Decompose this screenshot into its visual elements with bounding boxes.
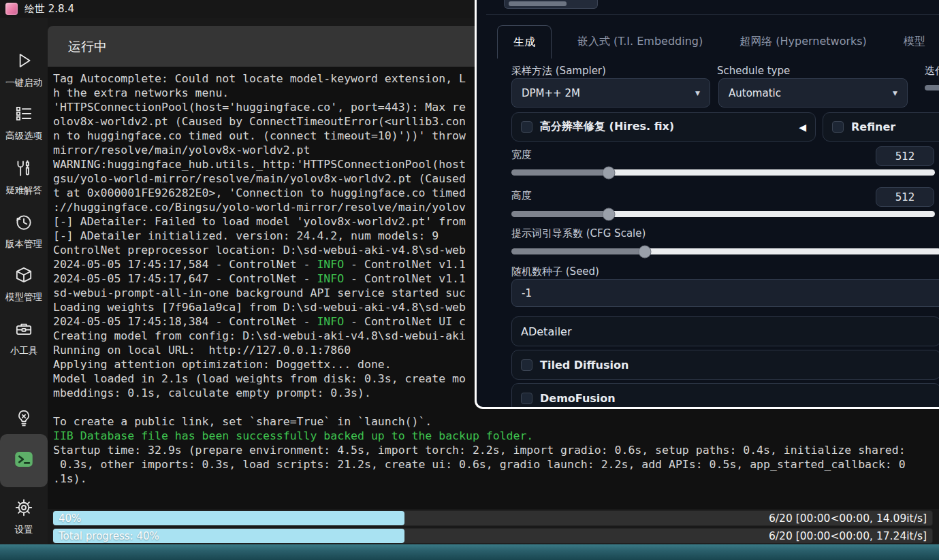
cfg-scale-slider[interactable] xyxy=(511,248,939,254)
slider-thumb[interactable] xyxy=(603,208,616,220)
steps-slider[interactable] xyxy=(925,85,939,90)
steps-label: 迭代 xyxy=(925,65,939,78)
sidebar-item-label: 小工具 xyxy=(10,345,38,357)
height-label: 高度 xyxy=(511,189,532,202)
package-icon xyxy=(14,265,34,285)
sampler-dropdown[interactable]: DPM++ 2M ▼ xyxy=(511,78,710,108)
partial-slider-track xyxy=(509,1,567,6)
collapse-left-icon[interactable]: ◀ xyxy=(799,122,806,133)
sidebar-item-version-manage[interactable]: 版本管理 xyxy=(0,212,48,250)
sidebar-item-launch[interactable]: 一键启动 xyxy=(0,50,48,89)
demofusion-checkbox[interactable] xyxy=(521,393,532,404)
tab-model[interactable]: 模型 xyxy=(890,25,939,59)
chevron-down-icon: ▼ xyxy=(893,90,897,97)
adetailer-section[interactable]: ADetailer xyxy=(511,316,939,346)
height-slider[interactable] xyxy=(511,211,935,217)
adetailer-label: ADetailer xyxy=(521,325,572,338)
hires-fix-label: 高分辨率修复 (Hires. fix) xyxy=(540,120,674,134)
play-icon xyxy=(14,50,34,71)
tools-icon xyxy=(14,158,34,178)
width-label: 宽度 xyxy=(511,148,532,161)
sidebar-item-label: 疑难解答 xyxy=(5,184,42,197)
seed-input[interactable] xyxy=(511,279,939,307)
sampler-value: DPM++ 2M xyxy=(522,87,695,99)
console-line: To create a public link, set `share=True… xyxy=(53,414,939,429)
sidebar-item-label: 设置 xyxy=(15,524,33,536)
schedule-dropdown[interactable]: Automatic ▼ xyxy=(718,78,908,108)
tab-bar: 生成 嵌入式 (T.I. Embedding) 超网络 (Hypernetwor… xyxy=(497,25,939,59)
lightbulb-icon xyxy=(14,408,34,428)
chevron-down-icon: ▼ xyxy=(695,90,700,97)
tab-generate[interactable]: 生成 xyxy=(497,25,552,59)
progress-label: 40% xyxy=(59,512,81,525)
list-icon xyxy=(14,103,34,124)
progress-bar-total: Total progress: 40% 6/20 [00:00<00:00, 1… xyxy=(52,528,933,544)
app-logo-icon xyxy=(5,3,18,15)
console-line: Startup time: 32.9s (prepare environment… xyxy=(53,443,939,457)
progress-fill xyxy=(53,511,404,525)
hires-fix-panel[interactable]: 高分辨率修复 (Hires. fix) ◀ xyxy=(511,112,816,142)
console-line: .1s). xyxy=(53,472,939,486)
sampler-label: 采样方法 (Sampler) xyxy=(511,65,606,78)
tiled-diffusion-section[interactable]: Tiled Diffusion xyxy=(511,350,939,380)
tiled-diffusion-checkbox[interactable] xyxy=(521,359,532,371)
console-line: IIB Database file has been successfully … xyxy=(53,429,939,443)
hires-fix-checkbox[interactable] xyxy=(521,121,532,133)
tab-hypernetworks[interactable]: 超网络 (Hypernetworks) xyxy=(726,25,880,59)
height-value-box[interactable]: 512 xyxy=(876,187,934,207)
partial-widget xyxy=(504,0,598,9)
sidebar-item-model-manage[interactable]: 模型管理 xyxy=(0,265,48,303)
tiled-diffusion-label: Tiled Diffusion xyxy=(540,359,628,372)
sidebar-item-label: 高级选项 xyxy=(5,130,42,142)
progress-stats: 6/20 [00:00<00:00, 14.09it/s] xyxy=(769,512,927,525)
cfg-scale-label: 提示词引导系数 (CFG Scale) xyxy=(511,227,646,240)
seed-label: 随机数种子 (Seed) xyxy=(511,265,599,278)
progress-label: Total progress: 40% xyxy=(59,530,159,542)
slider-thumb[interactable] xyxy=(603,166,616,179)
sidebar-item-console[interactable] xyxy=(0,434,48,487)
refiner-checkbox[interactable] xyxy=(832,121,844,133)
sidebar: 一键启动 高级选项 疑难解答 版本管理 模型管理 小工具 灯泡 设置 xyxy=(0,18,48,544)
sidebar-item-label: 模型管理 xyxy=(5,291,42,303)
app-title: 绘世 2.8.4 xyxy=(25,3,74,16)
history-icon xyxy=(14,212,34,232)
schedule-label: Schedule type xyxy=(717,65,790,77)
width-value-box[interactable]: 512 xyxy=(876,146,934,166)
webui-overlay-window: 生成 嵌入式 (T.I. Embedding) 超网络 (Hypernetwor… xyxy=(475,0,939,409)
sidebar-item-troubleshoot[interactable]: 疑难解答 xyxy=(0,158,48,197)
sidebar-item-label: 一键启动 xyxy=(5,77,42,89)
desktop-background xyxy=(0,544,939,560)
gear-icon xyxy=(14,497,34,518)
sidebar-item-advanced-options[interactable]: 高级选项 xyxy=(0,103,48,142)
width-slider[interactable] xyxy=(511,169,935,176)
slider-thumb[interactable] xyxy=(638,245,651,258)
sidebar-item-label: 版本管理 xyxy=(5,238,42,250)
refiner-panel[interactable]: Refiner xyxy=(823,112,939,142)
refiner-label: Refiner xyxy=(851,120,895,133)
tab-embedding[interactable]: 嵌入式 (T.I. Embedding) xyxy=(564,25,716,59)
progress-stats: 6/20 [00:00<00:00, 17.24it/s] xyxy=(769,530,927,542)
section-divider xyxy=(486,14,939,15)
progress-bar-current: 40% 6/20 [00:00<00:00, 14.09it/s] xyxy=(52,510,933,526)
sidebar-item-small-tools[interactable]: 小工具 xyxy=(0,318,48,357)
terminal-icon xyxy=(12,448,35,474)
demofusion-label: DemoFusion xyxy=(540,392,616,405)
console-line: 0.3s, other imports: 0.3s, load scripts:… xyxy=(53,457,939,472)
schedule-value: Automatic xyxy=(729,87,893,99)
sidebar-item-settings[interactable]: 设置 xyxy=(0,497,48,536)
demofusion-section[interactable]: DemoFusion xyxy=(511,383,939,409)
toolbox-icon xyxy=(14,318,34,339)
